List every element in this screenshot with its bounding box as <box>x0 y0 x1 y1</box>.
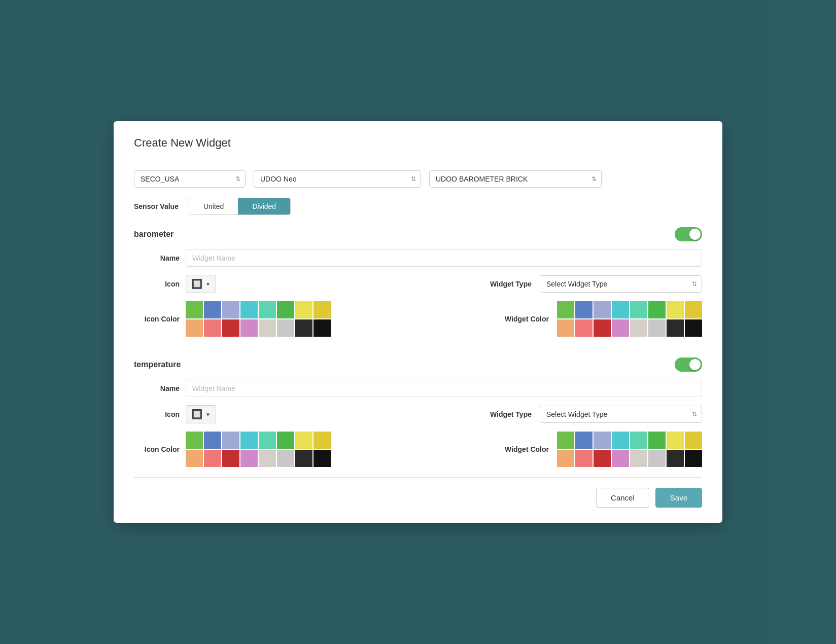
color-cell[interactable] <box>314 319 331 337</box>
divided-button[interactable]: Divided <box>238 198 290 214</box>
color-cell[interactable] <box>630 301 647 318</box>
color-cell[interactable] <box>630 319 647 337</box>
color-cell[interactable] <box>277 301 294 318</box>
barometer-widget-type-container: Widget Type Select Widget Type <box>222 275 702 293</box>
barometer-color-row: Icon Color Widget Color <box>134 301 702 337</box>
barometer-section-header: barometer <box>134 227 702 241</box>
color-cell[interactable] <box>204 319 221 337</box>
modal-footer: Cancel Save <box>134 477 702 508</box>
color-cell[interactable] <box>557 319 574 337</box>
color-cell[interactable] <box>648 301 666 318</box>
color-cell[interactable] <box>295 432 312 449</box>
temperature-name-input[interactable] <box>186 380 702 397</box>
color-cell[interactable] <box>314 432 331 449</box>
color-cell[interactable] <box>259 319 276 337</box>
color-cell[interactable] <box>575 432 593 449</box>
color-cell[interactable] <box>222 319 239 337</box>
color-cell[interactable] <box>575 450 593 467</box>
color-cell[interactable] <box>648 319 666 337</box>
color-cell[interactable] <box>240 301 258 318</box>
color-cell[interactable] <box>314 301 331 318</box>
color-cell[interactable] <box>648 432 666 449</box>
color-cell[interactable] <box>186 301 203 318</box>
temperature-widget-type-wrapper[interactable]: Select Widget Type <box>540 406 702 423</box>
color-cell[interactable] <box>295 301 312 318</box>
color-cell[interactable] <box>259 301 276 318</box>
color-cell[interactable] <box>222 450 239 467</box>
color-cell[interactable] <box>575 319 593 337</box>
temperature-icon-row: Icon 🔲 ▼ Widget Type Select Widget Type <box>134 405 702 423</box>
sensor-value-toggle-group[interactable]: United Divided <box>189 198 291 215</box>
color-cell[interactable] <box>667 319 684 337</box>
color-cell[interactable] <box>186 450 203 467</box>
barometer-icon-button[interactable]: 🔲 ▼ <box>186 275 216 293</box>
color-cell[interactable] <box>575 301 593 318</box>
color-cell[interactable] <box>295 450 312 467</box>
sensor-select[interactable]: UDOO BAROMETER BRICK <box>429 170 602 188</box>
color-cell[interactable] <box>594 301 611 318</box>
temperature-icon-button[interactable]: 🔲 ▼ <box>186 405 216 423</box>
color-cell[interactable] <box>648 450 666 467</box>
united-button[interactable]: United <box>189 198 238 214</box>
color-cell[interactable] <box>667 432 684 449</box>
color-cell[interactable] <box>612 432 629 449</box>
color-cell[interactable] <box>630 450 647 467</box>
barometer-name-input[interactable] <box>186 249 702 267</box>
color-cell[interactable] <box>594 319 611 337</box>
color-cell[interactable] <box>240 432 258 449</box>
color-cell[interactable] <box>594 432 611 449</box>
save-button[interactable]: Save <box>655 488 702 508</box>
barometer-widget-type-select[interactable]: Select Widget Type <box>540 275 702 293</box>
barometer-icon-label: Icon <box>134 280 180 288</box>
color-cell[interactable] <box>186 319 203 337</box>
color-cell[interactable] <box>612 319 629 337</box>
company-select-wrapper[interactable]: SECO_USA <box>134 170 246 188</box>
color-cell[interactable] <box>259 432 276 449</box>
color-cell[interactable] <box>314 450 331 467</box>
color-cell[interactable] <box>222 432 239 449</box>
color-cell[interactable] <box>295 319 312 337</box>
temperature-widget-type-select[interactable]: Select Widget Type <box>540 406 702 423</box>
color-cell[interactable] <box>557 432 574 449</box>
barometer-icon-color-grid <box>186 301 331 337</box>
color-cell[interactable] <box>667 450 684 467</box>
color-cell[interactable] <box>557 301 574 318</box>
modal-overlay: Create New Widget SECO_USA UDOO Neo UDOO… <box>0 0 836 644</box>
color-cell[interactable] <box>259 450 276 467</box>
color-cell[interactable] <box>685 319 702 337</box>
device-select-wrapper[interactable]: UDOO Neo <box>254 170 421 188</box>
color-cell[interactable] <box>240 319 258 337</box>
color-cell[interactable] <box>667 301 684 318</box>
color-cell[interactable] <box>685 450 702 467</box>
barometer-widget-type-label: Widget Type <box>490 280 532 288</box>
temperature-icon-color-label: Icon Color <box>134 445 180 453</box>
temperature-color-row: Icon Color Widget Color <box>134 432 702 467</box>
temperature-toggle[interactable] <box>675 357 702 372</box>
temperature-name-row: Name <box>134 380 702 397</box>
sensor-select-wrapper[interactable]: UDOO BAROMETER BRICK <box>429 170 602 188</box>
temp-icon-dropdown-arrow: ▼ <box>205 412 211 417</box>
color-cell[interactable] <box>685 432 702 449</box>
color-cell[interactable] <box>204 301 221 318</box>
cancel-button[interactable]: Cancel <box>596 488 649 508</box>
color-cell[interactable] <box>594 450 611 467</box>
color-cell[interactable] <box>612 301 629 318</box>
color-cell[interactable] <box>612 450 629 467</box>
barometer-name-row: Name <box>134 249 702 267</box>
color-cell[interactable] <box>630 432 647 449</box>
color-cell[interactable] <box>557 450 574 467</box>
barometer-toggle[interactable] <box>675 227 702 241</box>
company-select[interactable]: SECO_USA <box>134 170 246 188</box>
color-cell[interactable] <box>685 301 702 318</box>
temperature-section-header: temperature <box>134 357 702 372</box>
color-cell[interactable] <box>277 450 294 467</box>
color-cell[interactable] <box>204 432 221 449</box>
device-select[interactable]: UDOO Neo <box>254 170 421 188</box>
color-cell[interactable] <box>186 432 203 449</box>
barometer-widget-type-wrapper[interactable]: Select Widget Type <box>540 275 702 293</box>
color-cell[interactable] <box>277 319 294 337</box>
color-cell[interactable] <box>204 450 221 467</box>
color-cell[interactable] <box>240 450 258 467</box>
color-cell[interactable] <box>277 432 294 449</box>
color-cell[interactable] <box>222 301 239 318</box>
